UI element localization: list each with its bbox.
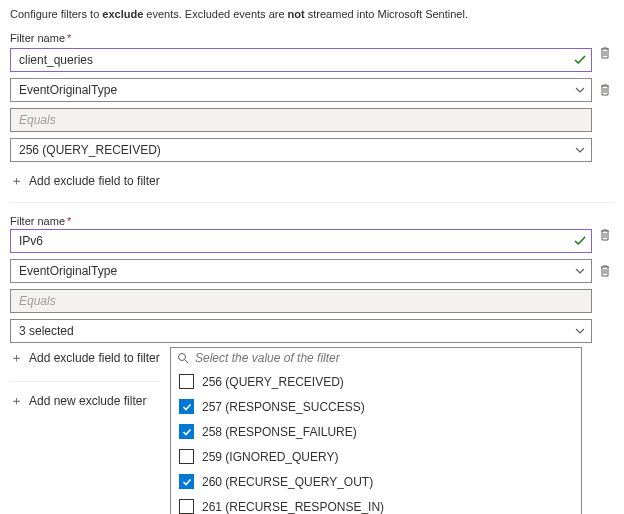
svg-point-0 — [179, 354, 186, 361]
value-dropdown-panel: 256 (QUERY_RECEIVED)257 (RESPONSE_SUCCES… — [170, 347, 582, 514]
checkbox-icon — [179, 499, 194, 514]
filter-name-input[interactable] — [10, 48, 592, 72]
dropdown-option-label: 257 (RESPONSE_SUCCESS) — [202, 400, 365, 414]
filter-block-1: Filter name* EventOriginalType Equals — [10, 215, 614, 514]
checkbox-icon — [179, 374, 194, 389]
add-exclude-field-button[interactable]: ＋ Add exclude field to filter — [10, 349, 160, 367]
filter-block-0: Filter name* EventOriginalType — [10, 32, 614, 190]
dropdown-option-label: 256 (QUERY_RECEIVED) — [202, 375, 344, 389]
filter-name-input[interactable] — [10, 229, 592, 253]
delete-condition-icon[interactable] — [598, 83, 614, 97]
add-new-exclude-filter-button[interactable]: ＋ Add new exclude filter — [10, 392, 146, 410]
dropdown-option[interactable]: 259 (IGNORED_QUERY) — [171, 444, 581, 469]
checkbox-checked-icon — [179, 424, 194, 439]
field-select[interactable]: EventOriginalType — [10, 259, 592, 283]
checkbox-icon — [179, 449, 194, 464]
filter-name-label: Filter name* — [10, 32, 71, 44]
divider — [10, 202, 614, 203]
value-select[interactable]: 3 selected — [10, 319, 592, 343]
chevron-down-icon — [575, 326, 585, 336]
chevron-down-icon — [575, 266, 585, 276]
dropdown-option[interactable]: 256 (QUERY_RECEIVED) — [171, 369, 581, 394]
divider — [10, 381, 160, 382]
operator-select: Equals — [10, 108, 592, 132]
page-description: Configure filters to exclude events. Exc… — [10, 8, 614, 20]
dropdown-option[interactable]: 258 (RESPONSE_FAILURE) — [171, 419, 581, 444]
dropdown-option[interactable]: 260 (RECURSE_QUERY_OUT) — [171, 469, 581, 494]
dropdown-option-label: 260 (RECURSE_QUERY_OUT) — [202, 475, 373, 489]
valid-check-icon — [574, 235, 586, 247]
delete-condition-icon[interactable] — [598, 264, 614, 278]
operator-select: Equals — [10, 289, 592, 313]
dropdown-option[interactable]: 257 (RESPONSE_SUCCESS) — [171, 394, 581, 419]
chevron-down-icon — [575, 85, 585, 95]
delete-filter-icon[interactable] — [598, 228, 614, 242]
checkbox-checked-icon — [179, 474, 194, 489]
dropdown-option[interactable]: 261 (RECURSE_RESPONSE_IN) — [171, 494, 581, 514]
plus-icon: ＋ — [10, 392, 23, 410]
dropdown-option-label: 258 (RESPONSE_FAILURE) — [202, 425, 357, 439]
search-icon — [177, 352, 189, 364]
dropdown-option-label: 259 (IGNORED_QUERY) — [202, 450, 338, 464]
dropdown-search-input[interactable] — [189, 351, 575, 365]
add-exclude-field-button[interactable]: ＋ Add exclude field to filter — [10, 172, 160, 190]
chevron-down-icon — [575, 145, 585, 155]
plus-icon: ＋ — [10, 349, 23, 367]
filter-name-label: Filter name* — [10, 215, 592, 227]
plus-icon: ＋ — [10, 172, 23, 190]
value-select[interactable]: 256 (QUERY_RECEIVED) — [10, 138, 592, 162]
delete-filter-icon[interactable] — [598, 46, 614, 60]
valid-check-icon — [574, 54, 586, 66]
dropdown-option-label: 261 (RECURSE_RESPONSE_IN) — [202, 500, 384, 514]
field-select[interactable]: EventOriginalType — [10, 78, 592, 102]
checkbox-checked-icon — [179, 399, 194, 414]
